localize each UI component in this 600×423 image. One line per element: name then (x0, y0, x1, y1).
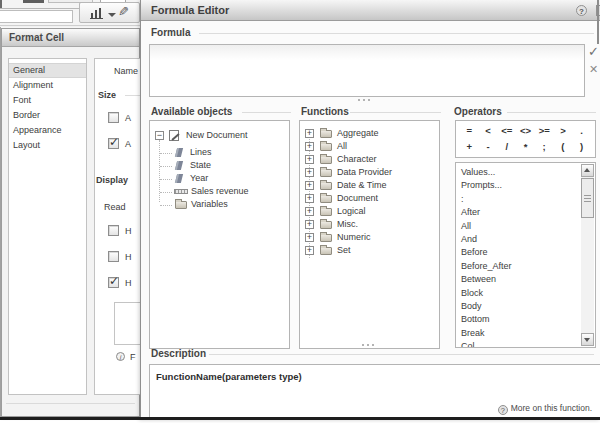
expand-icon[interactable]: + (305, 155, 314, 164)
operator-button[interactable]: + (460, 139, 479, 155)
window-edge-fragment (597, 0, 599, 44)
formula-input[interactable] (149, 44, 585, 97)
size-section-label: Size (98, 90, 116, 100)
cancel-formula-button[interactable]: ✕ (589, 63, 600, 75)
expand-icon[interactable]: + (305, 233, 314, 242)
display-checkbox-1[interactable] (108, 225, 119, 236)
format-cell-category-list: General Alignment Font Border Appearance… (8, 58, 87, 395)
format-cell-titlebar[interactable]: Format Cell (2, 29, 139, 47)
help-icon (498, 405, 508, 415)
validate-formula-button[interactable]: ✓ (588, 45, 600, 59)
operator-list-item[interactable]: : (461, 193, 595, 206)
expand-icon[interactable]: + (305, 194, 314, 203)
operator-button[interactable]: ; (535, 139, 554, 155)
operator-button[interactable]: <= (497, 123, 516, 139)
function-folder-label[interactable]: All (337, 141, 347, 151)
expand-icon[interactable]: + (305, 168, 314, 177)
folder-icon (320, 169, 332, 177)
operator-button[interactable]: - (479, 139, 498, 155)
expand-icon[interactable]: + (305, 207, 314, 216)
operator-list-item[interactable]: Prompts... (461, 179, 595, 192)
chart-icon[interactable] (90, 8, 103, 19)
operator-button[interactable]: < (479, 123, 498, 139)
function-folder-label[interactable]: Logical (337, 206, 366, 216)
size-checkbox-2[interactable] (108, 138, 119, 149)
operator-list-item[interactable]: Before (461, 246, 595, 259)
operator-list-item[interactable]: Col (461, 340, 595, 348)
expand-icon[interactable]: + (305, 220, 314, 229)
category-alignment[interactable]: Alignment (9, 78, 86, 93)
operator-list-item[interactable]: Bottom (461, 313, 595, 326)
formula-editor-titlebar[interactable]: Formula Editor (141, 0, 600, 21)
section-rule (507, 112, 596, 113)
function-folder-label[interactable]: Data Provider (337, 167, 392, 177)
splitter-grip[interactable] (358, 99, 374, 103)
tree-item-label[interactable]: Lines (190, 147, 212, 157)
splitter-grip[interactable] (362, 344, 378, 348)
background-toolbar: ✎ (0, 0, 140, 27)
operator-button[interactable]: > (554, 123, 573, 139)
operator-button[interactable]: = (460, 123, 479, 139)
dropdown-arrow-icon[interactable] (108, 13, 116, 17)
collapse-icon[interactable]: − (155, 131, 164, 140)
operator-list-item[interactable]: Between (461, 273, 595, 286)
operator-list-item[interactable]: After (461, 206, 595, 219)
tree-item-label[interactable]: Year (190, 173, 208, 183)
scroll-down-button[interactable] (581, 333, 594, 346)
tree-connector (160, 153, 172, 154)
operator-list-item[interactable]: And (461, 233, 595, 246)
tree-item-label[interactable]: Sales revenue (191, 186, 249, 196)
category-appearance[interactable]: Appearance (9, 123, 86, 138)
expand-icon[interactable]: + (305, 246, 314, 255)
help-icon[interactable] (576, 5, 587, 16)
function-folder-label[interactable]: Misc. (337, 219, 358, 229)
function-folder-label[interactable]: Document (337, 193, 378, 203)
category-border[interactable]: Border (9, 108, 86, 123)
operator-button[interactable]: >= (535, 123, 554, 139)
formula-pencil-icon[interactable]: ✎ (118, 4, 129, 19)
expand-icon[interactable]: + (305, 181, 314, 190)
dimension-icon (175, 174, 183, 183)
operator-button[interactable]: ) (572, 139, 591, 155)
function-folder-label[interactable]: Set (337, 245, 351, 255)
operator-button[interactable]: / (497, 139, 516, 155)
display-checkbox-2[interactable] (108, 251, 119, 262)
document-icon (169, 130, 179, 141)
category-layout[interactable]: Layout (9, 138, 86, 153)
operator-list-item[interactable]: Before_After (461, 260, 595, 273)
operator-button-row: = < <= <> >= > . (460, 123, 591, 139)
size-checkbox-1[interactable] (108, 112, 119, 123)
function-folder-label[interactable]: Numeric (337, 232, 371, 242)
operator-list-item[interactable]: Block (461, 287, 595, 300)
tree-item-label[interactable]: State (190, 160, 211, 170)
tree-root-label[interactable]: New Document (186, 130, 248, 140)
tree-item-label[interactable]: Variables (191, 199, 228, 209)
section-rule (242, 112, 291, 113)
expand-icon[interactable]: + (305, 142, 314, 151)
more-on-function-link[interactable]: More on this function. (498, 403, 592, 415)
operator-button[interactable]: . (572, 123, 591, 139)
scrollbar[interactable] (581, 164, 594, 346)
dialog-footer-divider (6, 403, 135, 404)
function-folder-label[interactable]: Date & Time (337, 180, 387, 190)
expand-icon[interactable]: + (305, 129, 314, 138)
operator-list-item[interactable]: All (461, 220, 595, 233)
operator-button[interactable]: ( (554, 139, 573, 155)
display-checkbox-3[interactable] (108, 277, 119, 288)
operator-list-item[interactable]: Body (461, 300, 595, 313)
function-folder-label[interactable]: Character (337, 154, 377, 164)
operator-button[interactable]: <> (516, 123, 535, 139)
section-rule (350, 112, 441, 113)
description-section-label: Description (151, 348, 206, 359)
scroll-up-button[interactable] (581, 164, 594, 177)
operator-list-item[interactable]: Break (461, 327, 595, 340)
folder-icon (175, 201, 187, 209)
operator-list-item[interactable]: Values... (461, 166, 595, 179)
category-general[interactable]: General (9, 63, 86, 78)
section-rule (125, 95, 141, 96)
operator-button[interactable]: * (516, 139, 535, 155)
measure-icon (174, 189, 188, 194)
scrollbar-thumb[interactable] (581, 178, 594, 218)
category-font[interactable]: Font (9, 93, 86, 108)
function-folder-label[interactable]: Aggregate (337, 128, 379, 138)
